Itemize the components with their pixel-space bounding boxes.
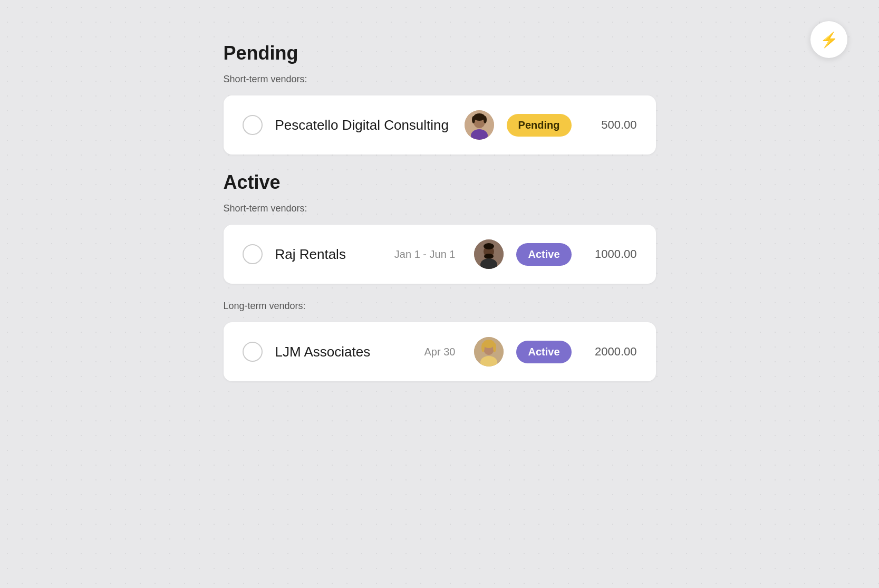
svg-point-8	[484, 243, 494, 249]
svg-point-2	[474, 113, 485, 121]
vendor-name-ljm: LJM Associates	[275, 344, 412, 360]
vendor-status-raj: Active	[516, 243, 571, 266]
svg-point-4	[484, 116, 487, 123]
svg-point-9	[484, 254, 494, 259]
vendor-avatar-ljm	[474, 337, 504, 367]
vendor-amount-ljm: 2000.00	[584, 345, 637, 359]
vendor-name-raj: Raj Rentals	[275, 246, 382, 263]
pending-section: Pending Short-term vendors: Pescatello D…	[224, 42, 656, 155]
active-section-title: Active	[224, 171, 656, 194]
pending-short-term-label: Short-term vendors:	[224, 74, 656, 85]
vendor-card-raj: Raj Rentals Jan 1 - Jun 1 Active 1000.00	[224, 225, 656, 284]
lightning-icon: ⚡	[820, 31, 838, 49]
vendor-status-pescatello: Pending	[507, 114, 572, 137]
vendor-avatar-pescatello	[465, 110, 494, 140]
vendor-avatar-raj	[474, 239, 504, 269]
vendor-date-ljm: Apr 30	[424, 346, 456, 358]
vendor-amount-pescatello: 500.00	[584, 118, 637, 132]
vendor-radio-raj[interactable]	[243, 244, 263, 264]
main-content: Pending Short-term vendors: Pescatello D…	[150, 0, 730, 436]
vendor-amount-raj: 1000.00	[584, 247, 637, 261]
svg-point-15	[493, 343, 496, 352]
vendor-card-pescatello: Pescatello Digital Consulting Pending 50…	[224, 95, 656, 155]
active-short-term-label: Short-term vendors:	[224, 203, 656, 214]
vendor-name-pescatello: Pescatello Digital Consulting	[275, 117, 452, 133]
active-section: Active Short-term vendors: Raj Rentals J…	[224, 171, 656, 381]
vendor-card-ljm: LJM Associates Apr 30 Active 2000.00	[224, 322, 656, 381]
svg-point-3	[472, 116, 475, 123]
lightning-button[interactable]: ⚡	[810, 21, 847, 58]
active-long-term-label: Long-term vendors:	[224, 301, 656, 312]
svg-point-13	[483, 340, 495, 348]
vendor-status-ljm: Active	[516, 341, 571, 363]
vendor-radio-ljm[interactable]	[243, 342, 263, 362]
pending-section-title: Pending	[224, 42, 656, 64]
svg-point-14	[481, 343, 485, 352]
vendor-date-raj: Jan 1 - Jun 1	[394, 248, 456, 261]
vendor-radio-pescatello[interactable]	[243, 115, 263, 135]
